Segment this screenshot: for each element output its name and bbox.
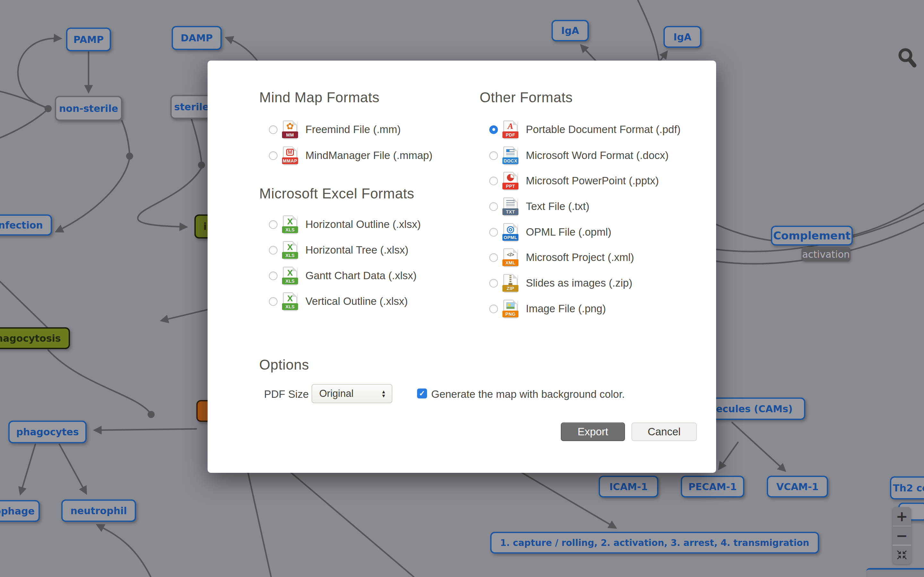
radio-button[interactable] [489,177,498,185]
map-node-phagocytes[interactable]: phagocytes [8,421,87,443]
fit-to-screen-button[interactable] [893,545,911,564]
export-dialog: Mind Map Formats ✿ MM Freemind File (.mm… [208,61,716,473]
background-color-checkbox-label: Generate the map with background color. [431,388,625,400]
map-node-phagocytosis[interactable]: phagocytosis [0,327,70,349]
map-node-iga-1[interactable]: IgA [551,20,589,41]
word-file-icon-glyph [506,149,515,156]
format-option-pptx[interactable]: PPT Microsoft PowerPoint (.pptx) [489,171,659,191]
freemind-file-icon: ✿ MM [283,121,297,139]
zip-file-icon: ZIP [503,274,517,292]
zoom-in-button[interactable]: + [893,507,911,526]
radio-button[interactable] [489,228,498,237]
format-option-opml[interactable]: ◎ OPML OPML File (.opml) [489,222,611,242]
excel-file-icon: X XLS [283,241,297,259]
radio-button[interactable] [269,271,278,280]
map-node-stub-bottom[interactable] [866,568,924,577]
pdf-size-select[interactable]: Original ▲ ▼ [312,384,393,403]
format-label: Microsoft Project (.xml) [526,251,634,263]
radio-button[interactable] [269,125,278,134]
zoom-controls: + − [893,507,911,564]
opml-file-icon: ◎ OPML [503,223,517,241]
format-option-xml[interactable]: </> XML Microsoft Project (.xml) [489,247,634,268]
format-label: Slides as images (.zip) [526,277,632,289]
pdf-size-value: Original [319,388,381,400]
compress-icon [897,550,907,560]
radio-button[interactable] [269,220,278,229]
format-label: Freemind File (.mm) [305,123,401,135]
radio-button[interactable] [269,246,278,255]
format-label: Horizontal Tree (.xlsx) [305,244,409,256]
format-option-mindmanager[interactable]: M MMAP MindManager File (.mmap) [269,145,433,165]
project-file-icon-glyph: </> [507,251,514,258]
map-node-complement[interactable]: Complement [771,226,853,245]
image-file-icon: PNG [503,300,517,318]
map-node-vcam-1[interactable]: VCAM-1 [767,476,828,498]
map-node-iga-2[interactable]: IgA [664,26,701,48]
radio-button[interactable] [489,151,498,160]
format-label: MindManager File (.mmap) [305,149,433,161]
cancel-button[interactable]: Cancel [632,422,697,441]
image-file-icon-glyph [506,302,515,309]
format-option-xlsx-gantt[interactable]: X XLS Gantt Chart Data (.xlsx) [269,266,417,285]
radio-button[interactable] [489,253,498,262]
format-option-xlsx-horizontal-outline[interactable]: X XLS Horizontal Outline (.xlsx) [269,214,421,234]
radio-button[interactable] [269,297,278,306]
mindmanager-file-icon: M MMAP [283,147,297,164]
background-color-checkbox[interactable]: ✓ [417,388,427,398]
format-label: Microsoft PowerPoint (.pptx) [526,175,659,187]
format-option-xlsx-vertical-outline[interactable]: X XLS Vertical Outline (.xlsx) [269,292,408,311]
map-node-macrophage[interactable]: macrophage [0,500,40,522]
format-option-xlsx-horizontal-tree[interactable]: X XLS Horizontal Tree (.xlsx) [269,240,409,260]
map-node-damp[interactable]: DAMP [172,26,222,50]
format-option-freemind-mm[interactable]: ✿ MM Freemind File (.mm) [269,119,401,139]
map-node-infection[interactable]: infection [0,214,52,235]
format-label: Image File (.png) [526,303,606,315]
opml-file-icon-glyph: ◎ [507,224,514,234]
search-button[interactable] [896,46,919,73]
zip-file-icon-glyph [509,276,511,284]
excel-file-icon: X XLS [283,292,297,310]
excel-file-icon-glyph: X [287,242,292,252]
text-file-icon-glyph [506,200,515,207]
powerpoint-file-icon: PPT [503,172,517,190]
format-label: Portable Document Format (.pdf) [526,123,680,135]
export-button[interactable]: Export [561,422,625,441]
excel-file-icon-glyph: X [287,217,292,227]
format-label: Text File (.txt) [526,200,590,213]
format-label: OPML File (.opml) [526,226,611,238]
pdf-file-icon-glyph: A [507,121,513,131]
radio-button[interactable] [489,202,498,211]
search-icon [896,46,919,73]
map-node-activation[interactable]: activation [801,247,851,261]
format-option-pdf[interactable]: A PDF Portable Document Format (.pdf) [489,119,680,139]
select-stepper-icon: ▲ ▼ [381,390,386,398]
radio-button[interactable] [489,279,498,287]
map-node-sterile[interactable]: sterile [170,95,213,119]
format-option-docx[interactable]: DOCX Microsoft Word Format (.docx) [489,145,669,165]
radio-button[interactable] [489,125,498,134]
format-option-txt[interactable]: TXT Text File (.txt) [489,197,590,216]
project-file-icon: </> XML [503,248,517,266]
map-node-non-sterile[interactable]: non-sterile [55,96,122,121]
excel-file-icon: X XLS [283,215,297,234]
excel-file-icon-glyph: X [287,268,292,278]
map-node-pamp[interactable]: PAMP [66,27,111,51]
format-option-zip[interactable]: ZIP Slides as images (.zip) [489,273,632,293]
radio-button[interactable] [489,305,498,313]
map-node-capture-steps[interactable]: 1. capture / rolling, 2. activation, 3. … [490,532,819,554]
map-node-neutrophil[interactable]: neutrophil [61,500,136,522]
excel-file-icon: X XLS [283,267,297,285]
radio-button[interactable] [269,151,278,160]
pdf-file-icon: A PDF [503,121,517,139]
zoom-out-button[interactable]: − [893,526,911,545]
map-node-pecam-1[interactable]: PECAM-1 [681,476,744,498]
options-section-title: Options [259,357,309,373]
freemind-file-icon-glyph: ✿ [286,121,294,131]
mind_map-section-title: Mind Map Formats [259,89,380,105]
map-node-th2[interactable]: Th2 cell [890,476,924,500]
other-section-title: Other Formats [480,89,573,105]
map-node-icam-1[interactable]: ICAM-1 [599,476,658,498]
checkmark-icon: ✓ [419,389,425,398]
format-option-png[interactable]: PNG Image File (.png) [489,299,606,319]
format-label: Vertical Outline (.xlsx) [305,295,408,308]
